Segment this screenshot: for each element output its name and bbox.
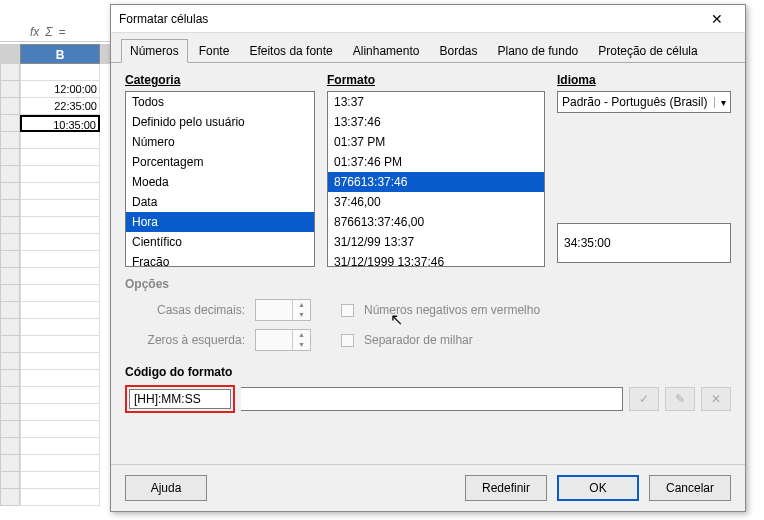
apply-format-button[interactable]: ✓ — [629, 387, 659, 411]
row-header[interactable] — [0, 353, 20, 370]
format-item[interactable]: 01:37:46 PM — [328, 152, 544, 172]
row-header[interactable] — [0, 387, 20, 404]
decimals-input — [256, 300, 292, 320]
cell[interactable] — [20, 217, 100, 234]
tab-cell-protection[interactable]: Proteção de célula — [589, 39, 706, 62]
row-header[interactable] — [0, 183, 20, 200]
format-item[interactable]: 13:37:46 — [328, 112, 544, 132]
tab-background[interactable]: Plano de fundo — [489, 39, 588, 62]
tab-font[interactable]: Fonte — [190, 39, 239, 62]
format-item[interactable]: 31/12/1999 13:37:46 — [328, 252, 544, 267]
cancel-button[interactable]: Cancelar — [649, 475, 731, 501]
cell[interactable] — [20, 166, 100, 183]
cell[interactable] — [20, 438, 100, 455]
tab-font-effects[interactable]: Efeitos da fonte — [240, 39, 341, 62]
row-header[interactable] — [0, 217, 20, 234]
row-header[interactable] — [0, 472, 20, 489]
cell[interactable] — [20, 251, 100, 268]
row-header[interactable] — [0, 319, 20, 336]
cell[interactable]: 22:35:00 — [20, 98, 100, 115]
row-header[interactable] — [0, 438, 20, 455]
category-item[interactable]: Número — [126, 132, 314, 152]
neg-red-checkbox[interactable] — [341, 304, 354, 317]
row-header[interactable] — [0, 98, 20, 115]
format-listbox[interactable]: 13:3713:37:4601:37 PM01:37:46 PM876613:3… — [327, 91, 545, 267]
category-item[interactable]: Científico — [126, 232, 314, 252]
format-item[interactable]: 01:37 PM — [328, 132, 544, 152]
cell[interactable] — [20, 353, 100, 370]
format-item[interactable]: 37:46,00 — [328, 192, 544, 212]
cell[interactable] — [20, 234, 100, 251]
row-header[interactable] — [0, 132, 20, 149]
tab-borders[interactable]: Bordas — [430, 39, 486, 62]
tab-numbers[interactable]: Números — [121, 39, 188, 63]
row-header[interactable] — [0, 251, 20, 268]
cell[interactable] — [20, 387, 100, 404]
cell-active[interactable]: 10:35:00 — [20, 115, 100, 132]
category-item[interactable]: Porcentagem — [126, 152, 314, 172]
row-header[interactable] — [0, 285, 20, 302]
cell[interactable]: 12:00:00 — [20, 81, 100, 98]
row-header[interactable] — [0, 115, 20, 132]
sigma-icon[interactable]: Σ — [45, 25, 52, 39]
row-header[interactable] — [0, 64, 20, 81]
cell[interactable] — [20, 132, 100, 149]
cell[interactable] — [20, 421, 100, 438]
leading-zeros-stepper[interactable]: ▲▼ — [255, 329, 311, 351]
cell[interactable] — [20, 200, 100, 217]
format-code-input[interactable] — [129, 389, 231, 409]
thousand-sep-checkbox[interactable] — [341, 334, 354, 347]
cell[interactable] — [20, 64, 100, 81]
cell[interactable] — [20, 285, 100, 302]
row-header[interactable] — [0, 149, 20, 166]
category-item[interactable]: Hora — [126, 212, 314, 232]
cell[interactable] — [20, 336, 100, 353]
row-header[interactable] — [0, 234, 20, 251]
row-header[interactable] — [0, 81, 20, 98]
format-item[interactable]: 31/12/99 13:37 — [328, 232, 544, 252]
category-item[interactable]: Moeda — [126, 172, 314, 192]
row-header[interactable] — [0, 489, 20, 506]
category-item[interactable]: Fração — [126, 252, 314, 267]
cell[interactable] — [20, 302, 100, 319]
edit-format-button[interactable]: ✎ — [665, 387, 695, 411]
format-code-field-extent[interactable] — [241, 387, 623, 411]
row-header[interactable] — [0, 166, 20, 183]
cell[interactable] — [20, 149, 100, 166]
language-select[interactable]: Padrão - Português (Brasil) ▾ — [557, 91, 731, 113]
row-header[interactable] — [0, 336, 20, 353]
tab-alignment[interactable]: Alinhamento — [344, 39, 429, 62]
cell[interactable] — [20, 404, 100, 421]
close-button[interactable]: ✕ — [697, 7, 737, 31]
cell[interactable] — [20, 455, 100, 472]
format-item[interactable]: 13:37 — [328, 92, 544, 112]
dialog-titlebar[interactable]: Formatar células ✕ — [111, 5, 745, 33]
row-header[interactable] — [0, 421, 20, 438]
reset-button[interactable]: Redefinir — [465, 475, 547, 501]
cell[interactable] — [20, 319, 100, 336]
row-header[interactable] — [0, 370, 20, 387]
format-item[interactable]: 876613:37:46,00 — [328, 212, 544, 232]
row-header[interactable] — [0, 200, 20, 217]
fx-icon[interactable]: fx — [30, 25, 39, 39]
cell[interactable] — [20, 268, 100, 285]
cell[interactable] — [20, 489, 100, 506]
equals-icon[interactable]: = — [59, 25, 66, 39]
cell[interactable] — [20, 370, 100, 387]
delete-format-button[interactable]: ✕ — [701, 387, 731, 411]
ok-button[interactable]: OK — [557, 475, 639, 501]
row-header[interactable] — [0, 268, 20, 285]
cell[interactable] — [20, 472, 100, 489]
category-item[interactable]: Todos — [126, 92, 314, 112]
row-header[interactable] — [0, 455, 20, 472]
row-header[interactable] — [0, 302, 20, 319]
category-item[interactable]: Data — [126, 192, 314, 212]
help-button[interactable]: Ajuda — [125, 475, 207, 501]
format-item[interactable]: 876613:37:46 — [328, 172, 544, 192]
category-listbox[interactable]: TodosDefinido pelo usuárioNúmeroPorcenta… — [125, 91, 315, 267]
column-header-b[interactable]: B — [20, 44, 100, 64]
decimals-stepper[interactable]: ▲▼ — [255, 299, 311, 321]
row-header[interactable] — [0, 404, 20, 421]
cell[interactable] — [20, 183, 100, 200]
category-item[interactable]: Definido pelo usuário — [126, 112, 314, 132]
